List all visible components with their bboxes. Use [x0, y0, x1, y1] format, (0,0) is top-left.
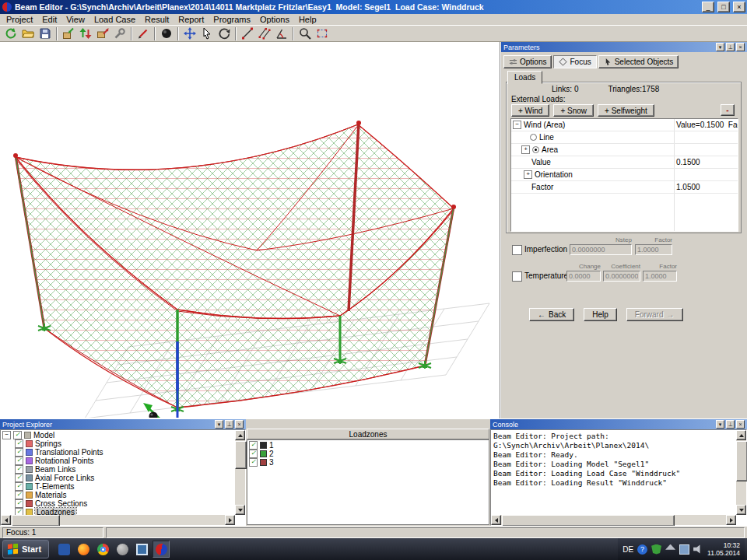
zoom-button[interactable]	[296, 26, 314, 41]
loadzone-item-2[interactable]: ✓2	[249, 450, 487, 458]
vertical-scrollbar[interactable]	[235, 430, 245, 515]
imperfection-factor-field[interactable]	[635, 244, 672, 255]
media-player-icon[interactable]	[55, 541, 72, 558]
tree-item-t-elements[interactable]: ✓T-Elements	[2, 482, 235, 491]
checkbox-icon[interactable]: ✓	[15, 457, 23, 465]
export-button[interactable]	[94, 26, 111, 41]
checkbox-icon[interactable]: ✓	[15, 482, 23, 491]
checkbox-icon[interactable]: ✓	[249, 441, 258, 450]
refresh-button[interactable]	[2, 26, 19, 41]
reload-model-button[interactable]	[77, 26, 94, 41]
rotate-view-button[interactable]	[216, 26, 233, 41]
checkbox-icon[interactable]: ✓	[15, 499, 23, 508]
tree-item-materials[interactable]: ✓Materials	[2, 491, 235, 499]
imperfection-checkbox[interactable]	[512, 245, 522, 255]
checkbox-icon[interactable]: ✓	[15, 448, 23, 457]
checkbox-icon[interactable]: ✓	[15, 508, 23, 515]
scroll-right-button[interactable]	[225, 515, 235, 525]
expand-icon[interactable]: +	[524, 170, 532, 179]
firefox-icon[interactable]	[75, 541, 92, 558]
tab-loads[interactable]: Loads	[507, 71, 542, 84]
pin-icon[interactable]: ⊥	[726, 420, 735, 429]
close-button[interactable]: ×	[733, 2, 745, 12]
collapse-icon[interactable]: −	[2, 431, 11, 439]
checkbox-icon[interactable]: ✓	[15, 491, 23, 499]
security-tray-icon[interactable]	[651, 544, 661, 555]
tab-selected-objects[interactable]: Selected Objects	[598, 55, 679, 68]
panel-menu-button[interactable]: ▾	[215, 420, 223, 429]
panel-menu-button[interactable]: ▾	[716, 420, 724, 429]
scroll-up-button[interactable]	[235, 430, 245, 440]
checkbox-icon[interactable]: ✓	[13, 431, 22, 439]
tree-item-translational-points[interactable]: ✓Translational Points	[2, 448, 235, 457]
add-selfweight-button[interactable]: + Selfweight	[598, 104, 654, 117]
temperature-coefficient-field[interactable]	[603, 271, 640, 282]
network-tray-icon[interactable]	[679, 544, 689, 555]
temperature-checkbox[interactable]	[512, 271, 522, 282]
import-button[interactable]	[60, 26, 77, 41]
scroll-right-button[interactable]	[726, 515, 736, 525]
tree-item-cross-sections[interactable]: ✓Cross Sections	[2, 499, 235, 508]
menu-load-case[interactable]: Load Case	[89, 15, 140, 25]
fit-view-button[interactable]	[314, 26, 331, 41]
add-wind-button[interactable]: + Wind	[511, 104, 549, 117]
checkbox-icon[interactable]: ✓	[15, 439, 23, 448]
grid-row-wind-area[interactable]: − Wind (Area) Value=0.1500 Factor=1.0500	[511, 119, 738, 131]
forward-button[interactable]: Forward →	[626, 308, 683, 321]
chrome-icon[interactable]	[94, 541, 111, 558]
start-button[interactable]: Start	[2, 540, 49, 558]
scroll-left-button[interactable]	[1, 515, 11, 525]
volume-tray-icon[interactable]	[693, 544, 703, 555]
tab-focus[interactable]: Focus	[553, 55, 596, 68]
pin-icon[interactable]: ⊥	[726, 43, 735, 51]
safely-remove-tray-icon[interactable]	[665, 544, 675, 555]
grid-row-factor[interactable]: Factor 1.0500	[511, 181, 738, 194]
scrollbar-thumb[interactable]	[235, 441, 247, 469]
back-button[interactable]: ← Back	[529, 308, 574, 321]
link-tool-button[interactable]	[256, 26, 273, 41]
grid-row-value[interactable]: Value 0.1500	[511, 156, 738, 169]
menu-view[interactable]: View	[61, 15, 89, 25]
tree-item-rotational-points[interactable]: ✓Rotational Points	[2, 457, 235, 465]
menu-edit[interactable]: Edit	[37, 15, 61, 25]
console-output[interactable]: Beam Editor: Project path: G:\Synch\Arch…	[491, 430, 736, 515]
checkbox-icon[interactable]: ✓	[15, 474, 23, 482]
vertical-scrollbar[interactable]	[736, 430, 746, 515]
open-project-button[interactable]	[19, 26, 37, 41]
checkbox-icon[interactable]: ✓	[15, 465, 23, 474]
scroll-left-button[interactable]	[491, 515, 501, 525]
remove-load-button[interactable]: -	[721, 104, 735, 116]
loadzone-item-1[interactable]: ✓1	[249, 441, 487, 450]
angle-tool-button[interactable]	[273, 26, 290, 41]
grid-row-area[interactable]: + Area	[511, 144, 738, 156]
menu-report[interactable]: Report	[174, 15, 209, 25]
menu-project[interactable]: Project	[2, 15, 37, 25]
draw-button[interactable]	[135, 26, 152, 41]
scrollbar-thumb[interactable]	[12, 515, 60, 527]
save-button[interactable]	[37, 26, 54, 41]
help-tray-icon[interactable]: ?	[637, 544, 647, 555]
panel-menu-button[interactable]: ▾	[716, 43, 724, 51]
checkbox-icon[interactable]: ✓	[249, 450, 258, 458]
imperfection-nstep-field[interactable]	[570, 244, 632, 255]
temperature-factor-field[interactable]	[643, 271, 677, 282]
menu-programs[interactable]: Programs	[209, 15, 255, 25]
panel-close-button[interactable]: ×	[736, 43, 745, 51]
scrollbar-thumb[interactable]	[736, 441, 747, 481]
remote-desktop-icon[interactable]	[133, 541, 150, 558]
tree-item-beam-links[interactable]: ✓Beam Links	[2, 465, 235, 474]
menu-options[interactable]: Options	[255, 15, 294, 25]
checkbox-icon[interactable]: ✓	[249, 458, 258, 467]
minimize-button[interactable]: _	[702, 2, 714, 12]
scroll-up-button[interactable]	[736, 430, 746, 440]
tree-item-axial-force-links[interactable]: ✓Axial Force Links	[2, 474, 235, 482]
panel-close-button[interactable]: ×	[235, 420, 244, 429]
add-snow-button[interactable]: + Snow	[553, 104, 594, 117]
line-tool-button[interactable]	[239, 26, 256, 41]
grid-row-orientation[interactable]: + Orientation	[511, 169, 738, 181]
tree-item-springs[interactable]: ✓Springs	[2, 439, 235, 448]
help-button[interactable]: Help	[584, 308, 617, 321]
expand-icon[interactable]: +	[521, 145, 530, 154]
render-sphere-button[interactable]	[158, 26, 175, 41]
pin-icon[interactable]: ⊥	[225, 420, 233, 429]
